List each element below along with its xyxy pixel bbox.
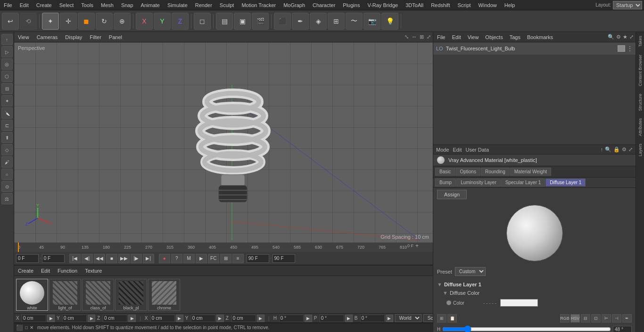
motion-button[interactable]: M [183, 254, 195, 263]
array-button[interactable]: ⊞ [328, 13, 345, 30]
obj-bookmarks[interactable]: Bookmarks [525, 33, 555, 41]
far-right-takes[interactable]: Takes [637, 32, 644, 51]
menu-animate[interactable]: Animate [139, 1, 162, 9]
autokey-button[interactable]: ▶ [196, 254, 207, 263]
lt-bevel[interactable]: ◇ [1, 144, 13, 155]
pen-button[interactable]: ✒ [292, 13, 309, 30]
obj-tags[interactable]: Tags [508, 33, 522, 41]
menu-sculpt[interactable]: Sculpt [218, 1, 236, 9]
grid-button[interactable]: ⊞ [220, 254, 231, 263]
lt-extrude[interactable]: ⬆ [1, 132, 13, 143]
tab-options[interactable]: Options [455, 168, 480, 176]
coord-x2-input[interactable] [150, 315, 175, 322]
fc-button[interactable]: FC [208, 254, 219, 263]
material-white[interactable]: white [16, 279, 48, 311]
color-tool-5[interactable]: ⊢ [602, 314, 611, 323]
menu-edit[interactable]: Edit [18, 1, 31, 9]
coord-x-input[interactable] [22, 315, 46, 322]
vp-icon-expand[interactable]: ⤢ [427, 34, 431, 40]
render-region-button[interactable]: ▤ [216, 13, 233, 30]
material-light-of[interactable]: light_of [49, 279, 81, 311]
color-tool-6[interactable]: ⊣ [612, 314, 621, 323]
far-right-layers[interactable]: Layers [637, 140, 644, 160]
end-frame-input-2[interactable] [272, 254, 295, 263]
stop-button[interactable]: ■ [106, 254, 117, 263]
memo-button[interactable]: ≡ [232, 254, 244, 263]
current-frame-input[interactable] [16, 254, 39, 263]
vp-icon-arrow[interactable]: ↔ [412, 34, 417, 40]
menu-simulate[interactable]: Simulate [165, 1, 190, 9]
redo-button[interactable]: ⟲ [20, 13, 37, 30]
h-slider[interactable] [442, 325, 611, 332]
world-select[interactable]: World [395, 314, 421, 322]
far-right-attributes[interactable]: Attributes [637, 114, 644, 140]
obj-expand-icon[interactable]: ⤢ [629, 34, 634, 40]
lt-snap[interactable]: ✦ [1, 95, 13, 106]
light-button[interactable]: 💡 [381, 13, 398, 30]
transform-tool-button[interactable]: ⊕ [114, 13, 131, 30]
play-button[interactable]: ▶▶ [118, 254, 130, 263]
obj-edit[interactable]: Edit [450, 33, 463, 41]
subtab-bump[interactable]: Bump [435, 178, 456, 186]
attr-search-icon[interactable]: 🔍 [605, 146, 611, 153]
vp-icon-grid[interactable]: ⊞ [420, 34, 424, 40]
add-keyframe-icon[interactable]: + [415, 243, 419, 249]
step-forward-button[interactable]: |▶ [131, 254, 142, 263]
lt-move[interactable]: ↑ [1, 34, 13, 45]
menu-render[interactable]: Render [193, 1, 214, 9]
h-value-input[interactable] [613, 326, 632, 332]
diffuse-color-collapse-icon[interactable]: ▼ [443, 290, 448, 296]
lt-smooth[interactable]: ⊙ [1, 181, 13, 192]
lt-knife[interactable]: 🔪 [1, 107, 13, 119]
tab-material-weight[interactable]: Material Weight [510, 168, 551, 176]
coord-y2-input[interactable] [191, 315, 215, 322]
attr-up-icon[interactable]: ↑ [601, 146, 603, 153]
color-tool-2[interactable]: 📋 [447, 314, 457, 323]
lt-poly[interactable]: ⬡ [1, 71, 13, 82]
obj-bookmark-icon[interactable]: ★ [623, 34, 627, 40]
help-button[interactable]: ? [171, 254, 182, 263]
menu-motion-tracker[interactable]: Motion Tracker [239, 1, 278, 9]
obj-view[interactable]: View [466, 33, 481, 41]
vp-menu-cameras[interactable]: Cameras [35, 33, 60, 41]
preset-select[interactable]: Custom [455, 267, 486, 276]
material-chrome[interactable]: chrome [148, 279, 180, 311]
step-back-button[interactable]: ◀| [82, 254, 93, 263]
rgb-btn[interactable]: RGB [560, 314, 570, 323]
layout-select[interactable]: Startup [613, 1, 642, 9]
menu-character[interactable]: Character [311, 1, 337, 9]
menu-window[interactable]: Window [477, 1, 499, 9]
render-view-button[interactable]: ▣ [234, 13, 251, 30]
axis-z-button[interactable]: Z [172, 13, 189, 30]
lt-select[interactable]: ▷ [1, 46, 13, 57]
move-tool-button[interactable]: ✛ [60, 13, 77, 30]
bend-button[interactable]: 〜 [346, 13, 363, 30]
menu-mograph[interactable]: MoGraph [281, 1, 307, 9]
end-frame-input-1[interactable] [247, 254, 269, 263]
menu-plugins[interactable]: Plugins [341, 1, 362, 9]
mode-edit[interactable]: Edit [453, 147, 462, 153]
lt-live[interactable]: ⊟ [1, 83, 13, 94]
menu-file[interactable]: File [2, 1, 14, 9]
menu-script[interactable]: Script [455, 1, 472, 9]
coord-y-arrow[interactable]: ▶ [88, 315, 95, 322]
menu-3dtoall[interactable]: 3DToAll [404, 1, 425, 9]
coord-z2-input[interactable] [231, 315, 256, 322]
obj-search-icon[interactable]: 🔍 [608, 34, 614, 40]
material-black-pl[interactable]: black_pl [115, 279, 147, 311]
axis-x-button[interactable]: X [136, 13, 153, 30]
color-tool-3[interactable]: ⊟ [581, 314, 590, 323]
tab-rounding[interactable]: Rounding [481, 168, 510, 176]
far-right-structure[interactable]: Structure [637, 90, 644, 115]
material-class-of[interactable]: class_of [82, 279, 114, 311]
subtab-luminosity[interactable]: Luminosity Layer [456, 178, 501, 186]
mat-function[interactable]: Function [56, 267, 79, 275]
vp-menu-display[interactable]: Display [63, 33, 84, 41]
menu-snap[interactable]: Snap [119, 1, 135, 9]
coord-b-input[interactable] [360, 315, 385, 322]
menu-mesh[interactable]: Mesh [99, 1, 116, 9]
mat-edit[interactable]: Edit [39, 267, 52, 275]
obj-objects[interactable]: Objects [483, 33, 504, 41]
vp-menu-view[interactable]: View [16, 33, 31, 41]
skip-start-button[interactable]: |◀ [69, 254, 81, 263]
